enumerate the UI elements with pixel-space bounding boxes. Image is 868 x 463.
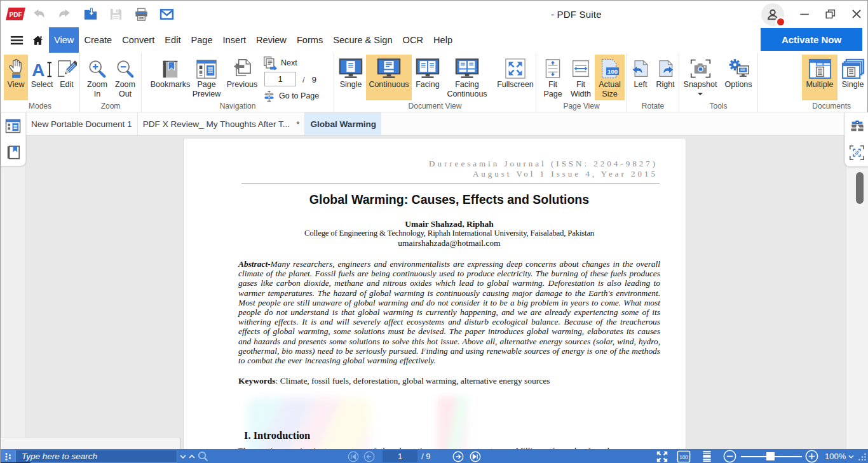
continuous-view-label: Continuous <box>369 80 409 90</box>
fullscreen-icon <box>505 55 526 80</box>
bookmarks-outline-icon <box>6 145 21 160</box>
open-file-button[interactable] <box>83 1 98 27</box>
menu-tab-secure-sign[interactable]: Secure & Sign <box>328 27 397 53</box>
search-next-result-button[interactable] <box>179 449 187 463</box>
previous-page-button[interactable]: Previous <box>224 55 260 100</box>
email-button[interactable] <box>159 1 174 27</box>
search-magnifier-button[interactable] <box>196 449 209 463</box>
facing-view-button[interactable]: Facing <box>413 55 442 100</box>
view-mode-button[interactable]: View <box>4 55 28 100</box>
select-text-icon <box>31 55 53 80</box>
single-document-button[interactable]: Single <box>838 55 867 100</box>
zoom-in-status-button[interactable] <box>804 449 819 463</box>
menu-tab-insert[interactable]: Insert <box>218 27 252 53</box>
next-page-status-button[interactable] <box>452 449 464 463</box>
last-page-button[interactable] <box>469 449 481 463</box>
first-page-button[interactable] <box>347 449 359 463</box>
activate-now-button[interactable]: Activate Now <box>761 28 862 51</box>
menu-tab-create[interactable]: Create <box>79 27 117 53</box>
menu-tab-forms[interactable]: Forms <box>292 27 328 53</box>
multiple-documents-label: Multiple <box>806 80 833 90</box>
menu-tab-view[interactable]: View <box>49 27 79 53</box>
snapshot-dropdown-arrow[interactable] <box>698 93 703 95</box>
actual-size-100-icon <box>677 450 691 463</box>
hamburger-menu-button[interactable] <box>6 27 27 53</box>
home-button[interactable] <box>29 27 46 53</box>
ribbon-group-rotate: Left Right Rotate <box>627 53 679 112</box>
search-input[interactable]: Type here to search <box>15 450 177 463</box>
doc-tab-pdf-x-review[interactable]: PDF X Review_ My Thoughts After T...* <box>138 112 306 135</box>
menu-tab-review[interactable]: Review <box>251 27 292 53</box>
pdf-page[interactable]: Durreesamin Journal (ISSN: 2204-9827) Au… <box>183 138 686 449</box>
zoom-slider-thumb[interactable] <box>766 452 775 460</box>
page-number-input[interactable] <box>264 72 296 86</box>
redo-button[interactable] <box>57 1 72 27</box>
undo-button[interactable] <box>31 1 46 27</box>
fit-width-button[interactable]: Fit Width <box>567 55 595 100</box>
actual-size-status-button[interactable] <box>676 449 691 463</box>
facing-continuous-view-button[interactable]: Facing Continuous <box>441 55 493 100</box>
journal-header-line2: August Vol 1 Issue 4, Year 2015 <box>473 169 658 179</box>
doc-tab-new-portable-document[interactable]: New Portable Document 1 <box>26 112 138 135</box>
search-previous-result-button[interactable] <box>187 449 196 463</box>
menu-tab-help[interactable]: Help <box>428 27 458 53</box>
zoom-percentage[interactable]: 100% <box>825 449 846 463</box>
zoom-in-label: Zoom In <box>84 80 111 99</box>
zoom-out-button[interactable]: Zoom Out <box>112 55 139 100</box>
single-view-button[interactable]: Single <box>336 55 366 100</box>
menu-tab-convert[interactable]: Convert <box>117 27 159 53</box>
continuous-view-status-button[interactable] <box>700 449 714 463</box>
resize-grip <box>857 449 867 463</box>
fullscreen-status-button[interactable] <box>655 449 669 463</box>
save-button[interactable] <box>108 1 123 27</box>
goto-page-button[interactable]: Go to Page <box>263 90 334 102</box>
doc-tab-global-warming[interactable]: Global Warming <box>305 112 381 135</box>
vertical-scrollbar-thumb[interactable] <box>856 172 864 204</box>
previous-page-status-button[interactable] <box>363 449 375 463</box>
snapshot-button[interactable]: Snapshot <box>681 55 720 100</box>
snapshot-panel-button[interactable] <box>845 139 868 166</box>
fit-width-label: Fit Width <box>567 80 595 99</box>
facing-view-icon <box>416 55 440 80</box>
search-panel-button[interactable] <box>845 112 868 139</box>
floppy-disk-icon <box>109 7 123 22</box>
zoom-in-button[interactable]: Zoom In <box>84 55 111 100</box>
continuous-view-button[interactable]: Continuous <box>366 55 412 100</box>
menu-tab-ocr[interactable]: OCR <box>398 27 428 53</box>
print-button[interactable] <box>133 1 149 27</box>
multiple-documents-button[interactable]: Multiple <box>802 55 837 100</box>
menu-tab-edit[interactable]: Edit <box>159 27 186 53</box>
bookmarks-panel-button[interactable] <box>1 139 25 166</box>
status-bar: Type here to search 1 / 9 100% <box>1 449 868 463</box>
fit-page-button[interactable]: Fit Page <box>539 55 567 100</box>
document-view-group-label: Document View <box>334 102 536 111</box>
page-preview-button[interactable]: Page Preview <box>189 55 224 100</box>
drag-dots-icon <box>4 452 12 461</box>
select-mode-button[interactable]: Select <box>30 55 54 100</box>
pdf-suite-window: PDF - PDF Suite View Create Convert Edit… <box>0 0 868 463</box>
minimize-button[interactable] <box>796 1 813 27</box>
restore-button[interactable] <box>822 1 839 27</box>
status-page-number[interactable]: 1 <box>383 450 417 462</box>
bookmarks-button[interactable]: Bookmarks <box>150 55 191 100</box>
close-x-icon <box>851 8 862 20</box>
zoom-out-status-button[interactable] <box>722 449 737 463</box>
rotate-right-button[interactable]: Right <box>653 55 677 100</box>
search-drag-handle[interactable] <box>1 449 15 463</box>
document-tab-bar: New Portable Document 1 PDF X Review_ My… <box>1 112 867 136</box>
menu-tab-page[interactable]: Page <box>186 27 217 53</box>
close-button[interactable] <box>848 1 865 27</box>
zoom-dropdown-chevron[interactable] <box>847 449 855 463</box>
actual-size-button[interactable]: Actual Size <box>595 55 625 100</box>
edit-mode-button[interactable]: Edit <box>55 55 78 100</box>
fullscreen-button[interactable]: Fullscreen <box>496 55 534 100</box>
options-button[interactable]: Options <box>720 55 757 100</box>
user-account-button[interactable] <box>761 3 787 27</box>
page-view-group-label: Page View <box>536 102 627 111</box>
next-page-button[interactable]: Next <box>263 57 334 69</box>
keywords-text: : Climate, fossil fuels, deforestation, … <box>276 376 550 386</box>
abstract-text: Many researchers, engineers and environm… <box>238 259 660 365</box>
rotate-left-button[interactable]: Left <box>628 55 653 100</box>
snapshot-selection-icon <box>849 145 865 161</box>
page-thumbnails-panel-button[interactable] <box>1 112 25 139</box>
